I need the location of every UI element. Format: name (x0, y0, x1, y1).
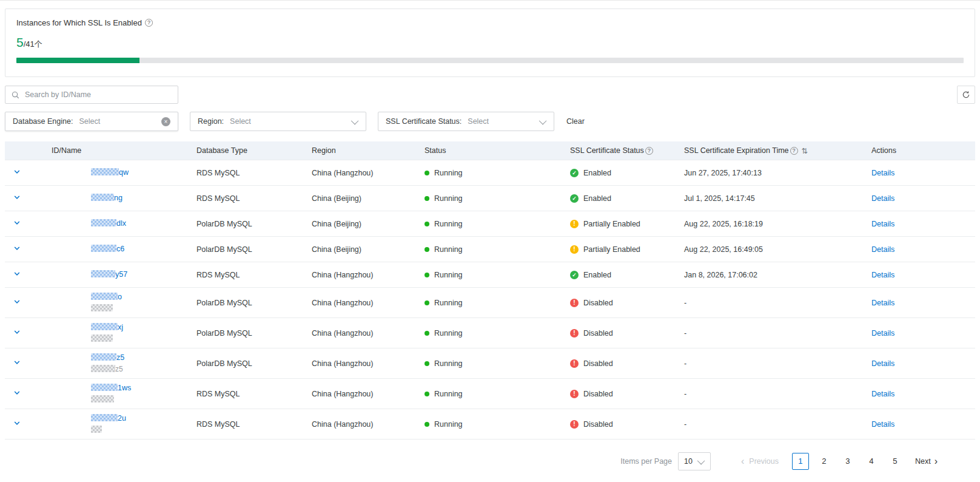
database-type-cell: PolarDB MySQL (196, 245, 312, 254)
details-link[interactable]: Details (871, 271, 894, 279)
expand-row-button[interactable] (13, 245, 21, 252)
help-icon[interactable]: ? (790, 147, 798, 155)
search-box[interactable] (5, 86, 178, 104)
ssl-status-cell: ! Partially Enabled (570, 245, 684, 254)
row-expander-cell (5, 328, 39, 338)
sort-icon[interactable]: ⇅ (802, 146, 808, 155)
ssl-expiration-cell: Jul 1, 2025, 14:17:45 (684, 194, 871, 203)
page-buttons: 12345 (792, 453, 910, 470)
expand-row-button[interactable] (13, 359, 21, 366)
instance-id[interactable]: c6 (91, 243, 196, 254)
expand-row-button[interactable] (13, 194, 21, 201)
toolbar-row-1 (5, 86, 975, 104)
instance-id[interactable]: y57 (91, 269, 196, 280)
header-id-name: ID/Name (39, 146, 196, 155)
ssl-status-icon: ! (570, 220, 579, 228)
clear-filter-icon[interactable]: × (161, 117, 170, 126)
instance-id[interactable]: 1ws (91, 382, 196, 393)
instance-id-suffix[interactable]: ng (114, 194, 122, 202)
page-size-select[interactable]: 10 (678, 452, 711, 470)
expand-row-button[interactable] (13, 219, 21, 226)
ssl-expiration-cell: - (684, 390, 871, 398)
clear-filters-link[interactable]: Clear (566, 117, 585, 126)
details-link[interactable]: Details (871, 359, 894, 368)
details-link[interactable]: Details (871, 245, 894, 254)
region-cell: China (Hangzhou) (312, 271, 425, 279)
details-link[interactable]: Details (871, 169, 894, 177)
instance-id-suffix[interactable]: xj (118, 323, 123, 331)
expand-row-button[interactable] (13, 168, 21, 175)
details-link[interactable]: Details (871, 390, 894, 398)
actions-cell: Details (871, 420, 975, 429)
help-icon[interactable]: ? (645, 147, 653, 155)
row-expander-cell (5, 194, 39, 203)
chevron-left-icon: ‹ (741, 457, 744, 466)
page-button-3[interactable]: 3 (839, 453, 856, 470)
instance-id-suffix[interactable]: dlx (116, 219, 126, 228)
filter-region[interactable]: Region: Select (190, 112, 366, 131)
table-row: xj PolarDB MySQL China (Hangzhou) Runnin… (5, 318, 975, 348)
ssl-status-icon: ✓ (570, 271, 579, 279)
table-row: 1ws RDS MySQL China (Hangzhou) Running !… (5, 379, 975, 409)
expand-row-button[interactable] (13, 389, 21, 396)
filter-database-engine[interactable]: Database Engine: Select × (5, 112, 178, 131)
region-cell: China (Hangzhou) (312, 169, 425, 177)
instance-id[interactable]: dlx (91, 218, 196, 229)
table-row: y57 RDS MySQL China (Hangzhou) Running ✓… (5, 262, 975, 288)
expand-row-button[interactable] (13, 270, 21, 277)
details-link[interactable]: Details (871, 299, 894, 307)
region-cell: China (Beijing) (312, 194, 425, 203)
instance-id-suffix[interactable]: z5 (116, 353, 124, 362)
expand-row-button[interactable] (13, 419, 21, 427)
header-ssl-status: SSL Certificate Status ? (570, 146, 684, 155)
instance-id-cell: 2u (39, 413, 196, 436)
instance-name (91, 333, 196, 344)
next-page-button[interactable]: Next › (915, 457, 938, 466)
page-button-4[interactable]: 4 (863, 453, 880, 470)
filter-bar: Database Engine: Select × Region: Select… (5, 112, 975, 131)
running-status-icon (425, 422, 429, 427)
status-cell: Running (425, 220, 570, 228)
details-link[interactable]: Details (871, 420, 894, 429)
row-expander-cell (5, 419, 39, 429)
instance-id-suffix[interactable]: 1ws (118, 384, 131, 392)
instance-id-suffix[interactable]: y57 (115, 270, 127, 279)
page-size-value: 10 (684, 457, 693, 466)
instance-id[interactable]: 2u (91, 413, 196, 424)
ssl-status-label: Enabled (583, 169, 611, 177)
instance-id[interactable]: xj (91, 322, 196, 333)
ssl-progress-fill (16, 58, 139, 63)
ssl-status-cell: ✓ Enabled (570, 271, 684, 279)
details-link[interactable]: Details (871, 194, 894, 203)
database-type-cell: RDS MySQL (196, 390, 312, 398)
region-cell: China (Hangzhou) (312, 299, 425, 307)
instance-id[interactable]: z5 (91, 352, 196, 363)
status-label: Running (434, 390, 463, 398)
instance-id[interactable]: o (91, 291, 196, 302)
details-link[interactable]: Details (871, 220, 894, 228)
page-button-1[interactable]: 1 (792, 453, 809, 470)
instance-id-suffix[interactable]: c6 (116, 245, 124, 253)
table-row: 2u RDS MySQL China (Hangzhou) Running ! … (5, 409, 975, 440)
details-link[interactable]: Details (871, 329, 894, 338)
chevron-right-icon: › (935, 457, 938, 466)
expand-row-button[interactable] (13, 298, 21, 305)
status-cell: Running (425, 359, 570, 368)
instance-id-suffix[interactable]: o (118, 293, 122, 301)
database-type-cell: PolarDB MySQL (196, 299, 312, 307)
instance-id[interactable]: ng (91, 192, 196, 203)
ssl-status-label: Enabled (583, 271, 611, 279)
instance-id[interactable]: qw (91, 167, 196, 178)
ssl-status-icon: ! (570, 329, 579, 338)
ssl-status-icon: ! (570, 245, 579, 254)
expand-row-button[interactable] (13, 328, 21, 336)
page-button-5[interactable]: 5 (887, 453, 904, 470)
filter-ssl-certificate-status[interactable]: SSL Certificate Status: Select (378, 112, 554, 131)
page-button-2[interactable]: 2 (816, 453, 833, 470)
instance-id-suffix[interactable]: qw (119, 168, 129, 177)
search-input[interactable] (24, 90, 172, 100)
help-icon[interactable]: ? (145, 19, 153, 27)
previous-page-button[interactable]: ‹ Previous (741, 457, 779, 466)
instance-id-suffix[interactable]: 2u (118, 414, 126, 423)
refresh-button[interactable] (957, 86, 975, 104)
